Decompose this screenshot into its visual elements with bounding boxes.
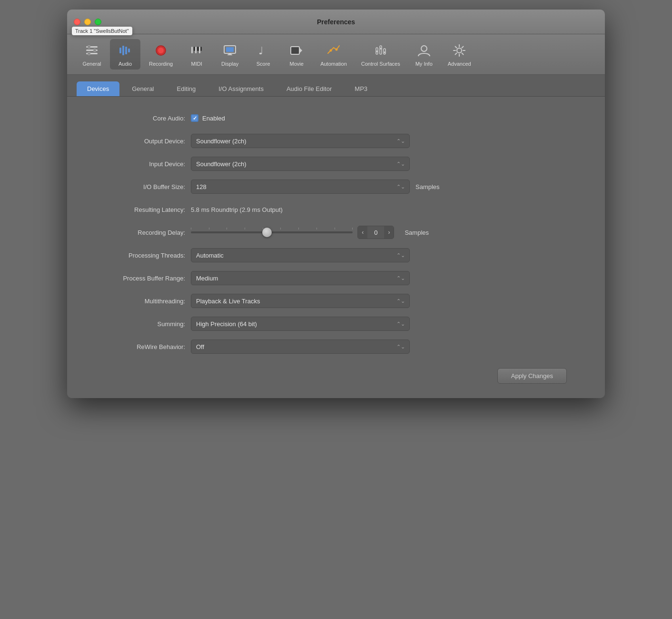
- recording-delay-label: Recording Delay:: [96, 229, 191, 236]
- recording-icon: [152, 42, 169, 59]
- maximize-button[interactable]: [95, 19, 101, 25]
- stepper-increment-button[interactable]: ›: [384, 226, 394, 239]
- toolbar-item-display[interactable]: Display: [215, 39, 245, 70]
- toolbar-item-control-surfaces[interactable]: Control Surfaces: [356, 39, 406, 70]
- audio-icon: [117, 42, 134, 59]
- io-buffer-wrapper: 128 64 256 512: [191, 180, 410, 194]
- svg-rect-13: [194, 47, 195, 51]
- tab-io-assignments[interactable]: I/O Assignments: [208, 81, 274, 96]
- svg-rect-6: [119, 48, 121, 53]
- core-audio-row: Core Audio: Enabled: [96, 111, 576, 125]
- recording-delay-stepper: ‹ 0 ›: [357, 226, 394, 239]
- processing-threads-label: Processing Threads:: [96, 252, 191, 259]
- svg-rect-9: [128, 49, 130, 52]
- stepper-value: 0: [367, 229, 384, 236]
- tab-audio-file-editor[interactable]: Audio File Editor: [276, 81, 342, 96]
- latency-label: Resulting Latency:: [96, 206, 191, 213]
- tab-bar: Devices General Editing I/O Assignments …: [67, 75, 605, 97]
- svg-point-4: [93, 49, 96, 52]
- rewire-wrapper: Off On: [191, 339, 410, 354]
- latency-value: 5.8 ms Roundtrip (2.9 ms Output): [191, 206, 283, 213]
- toolbar-audio-label: Audio: [119, 61, 132, 67]
- summing-select[interactable]: High Precision (64 bit) Standard (32 bit…: [191, 317, 410, 331]
- svg-rect-20: [226, 47, 234, 52]
- tick-6: [280, 228, 281, 230]
- tab-devices[interactable]: Devices: [77, 81, 119, 96]
- movie-icon: [288, 42, 305, 59]
- toolbar-display-label: Display: [221, 61, 238, 67]
- process-buffer-label: Process Buffer Range:: [96, 275, 191, 282]
- svg-rect-32: [380, 48, 381, 50]
- multithreading-row: Multithreading: Playback & Live Tracks O…: [96, 294, 576, 308]
- process-buffer-wrapper: Small Medium Large: [191, 271, 410, 285]
- rewire-select[interactable]: Off On: [191, 339, 410, 354]
- svg-point-3: [88, 46, 90, 49]
- close-button[interactable]: [74, 19, 80, 25]
- svg-rect-18: [200, 47, 202, 51]
- apply-row: Apply Changes: [96, 368, 576, 384]
- output-device-wrapper: Soundflower (2ch) Built-in Output: [191, 134, 410, 148]
- core-audio-checkbox[interactable]: [191, 114, 198, 122]
- tab-mp3[interactable]: MP3: [344, 81, 378, 96]
- recording-delay-slider-container: ‹ 0 › Samples: [191, 226, 429, 239]
- tick-4: [245, 228, 245, 230]
- toolbar-my-info-label: My Info: [415, 61, 433, 67]
- tab-editing[interactable]: Editing: [167, 81, 207, 96]
- toolbar-item-midi[interactable]: MIDI: [181, 39, 212, 70]
- toolbar-item-recording[interactable]: Recording: [143, 39, 178, 70]
- toolbar: General Audio Recording: [67, 34, 605, 75]
- io-buffer-select[interactable]: 128 64 256 512: [191, 180, 410, 194]
- toolbar-item-general[interactable]: General: [77, 39, 107, 70]
- svg-rect-33: [384, 51, 385, 53]
- slider-ticks: [191, 228, 353, 230]
- toolbar-item-audio[interactable]: Audio: [110, 39, 140, 70]
- tab-general[interactable]: General: [121, 81, 164, 96]
- svg-rect-17: [199, 47, 200, 53]
- general-icon: [83, 42, 100, 59]
- multithreading-wrapper: Playback & Live Tracks Off Playback Only: [191, 294, 410, 308]
- input-device-select[interactable]: Soundflower (2ch) Built-in Input: [191, 157, 410, 171]
- toolbar-automation-label: Automation: [320, 61, 347, 67]
- rewire-row: ReWire Behavior: Off On: [96, 339, 576, 354]
- svg-point-35: [457, 48, 462, 53]
- toolbar-general-label: General: [82, 61, 101, 67]
- svg-rect-31: [376, 50, 377, 52]
- core-audio-enabled-text: Enabled: [202, 115, 225, 122]
- stepper-decrement-button[interactable]: ‹: [358, 226, 367, 239]
- processing-threads-select[interactable]: Automatic 1 2 4 8: [191, 248, 410, 262]
- recording-delay-slider-track[interactable]: [191, 231, 353, 233]
- multithreading-select[interactable]: Playback & Live Tracks Off Playback Only: [191, 294, 410, 308]
- svg-rect-22: [227, 54, 232, 55]
- svg-point-11: [158, 48, 164, 53]
- toolbar-midi-label: MIDI: [191, 61, 202, 67]
- process-buffer-select[interactable]: Small Medium Large: [191, 271, 410, 285]
- minimize-button[interactable]: [84, 19, 91, 25]
- svg-rect-24: [291, 47, 299, 54]
- processing-threads-wrapper: Automatic 1 2 4 8: [191, 248, 410, 262]
- my-info-icon: [415, 42, 433, 59]
- advanced-icon: [451, 42, 468, 59]
- input-device-row: Input Device: Soundflower (2ch) Built-in…: [96, 157, 576, 171]
- io-buffer-unit: Samples: [415, 183, 440, 190]
- tick-9: [335, 228, 335, 230]
- toolbar-item-advanced[interactable]: Advanced: [442, 39, 477, 70]
- toolbar-item-movie[interactable]: Movie: [281, 39, 312, 70]
- apply-changes-button[interactable]: Apply Changes: [497, 368, 567, 384]
- toolbar-item-automation[interactable]: Automation: [315, 39, 353, 70]
- svg-rect-7: [122, 46, 124, 55]
- svg-rect-14: [195, 47, 197, 53]
- svg-point-5: [88, 52, 90, 55]
- toolbar-score-label: Score: [257, 61, 270, 67]
- toolbar-item-score[interactable]: ♩ Score: [248, 39, 278, 70]
- svg-rect-16: [198, 47, 199, 51]
- control-surfaces-icon: [372, 42, 389, 59]
- svg-rect-21: [228, 53, 231, 54]
- tick-10: [352, 228, 353, 230]
- recording-delay-slider-thumb[interactable]: [262, 228, 272, 237]
- output-device-select[interactable]: Soundflower (2ch) Built-in Output: [191, 134, 410, 148]
- window-controls[interactable]: [74, 19, 101, 25]
- svg-point-26: [329, 50, 332, 52]
- toolbar-item-my-info[interactable]: My Info: [409, 39, 439, 70]
- tick-3: [227, 228, 227, 230]
- io-buffer-label: I/O Buffer Size:: [96, 183, 191, 190]
